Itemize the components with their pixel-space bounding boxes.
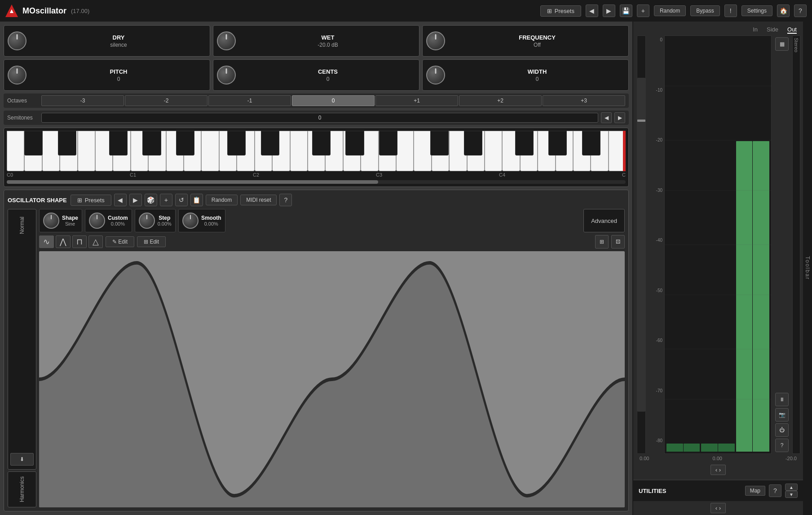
white-key[interactable] [361, 131, 378, 171]
white-key[interactable] [502, 131, 520, 171]
frequency-knob[interactable] [426, 31, 445, 50]
utilities-help[interactable]: ? [769, 484, 781, 497]
tab-in[interactable]: In [753, 26, 758, 34]
cents-knob[interactable] [217, 66, 236, 84]
osc-add-button[interactable]: + [160, 194, 172, 206]
square-wave-button[interactable]: ⊓ [72, 235, 87, 248]
help-button[interactable]: ? [794, 4, 807, 17]
pitch-knob[interactable] [8, 66, 26, 84]
semitones-next[interactable]: ▶ [614, 112, 625, 123]
white-key[interactable] [325, 131, 343, 171]
white-key[interactable] [379, 131, 396, 171]
white-key[interactable] [60, 131, 77, 171]
save-button[interactable]: 💾 [620, 4, 632, 17]
dry-knob[interactable] [8, 31, 26, 50]
custom-edit-button[interactable]: ✎ Edit [106, 236, 134, 247]
octave-minus1[interactable]: -1 [208, 95, 291, 106]
white-key[interactable] [272, 131, 290, 171]
settings-button[interactable]: Settings [741, 5, 772, 16]
panel-down-button[interactable]: ⬇ [10, 453, 34, 466]
white-key[interactable] [113, 131, 130, 171]
power-button[interactable]: ⏻ [775, 423, 789, 437]
octave-minus2[interactable]: -2 [125, 95, 207, 106]
next-button[interactable]: ▶ [603, 4, 615, 17]
semitones-prev[interactable]: ◀ [601, 112, 612, 123]
osc-prev-button[interactable]: ◀ [114, 194, 127, 206]
advanced-button[interactable]: Advanced [583, 209, 625, 232]
octave-plus3[interactable]: +3 [543, 95, 625, 106]
octave-minus3[interactable]: -3 [41, 95, 124, 106]
white-key[interactable] [131, 131, 148, 171]
level-slider[interactable] [637, 36, 646, 454]
harmonics-panel[interactable]: Harmonics [8, 471, 36, 507]
white-key[interactable] [148, 131, 166, 171]
presets-button[interactable]: ⊞ Presets [540, 5, 581, 17]
white-key[interactable] [591, 131, 608, 171]
white-key[interactable] [201, 131, 219, 171]
white-key[interactable] [538, 131, 555, 171]
white-key[interactable] [467, 131, 485, 171]
meter-help[interactable]: ? [775, 439, 789, 452]
sine-wave-button[interactable]: ∿ [39, 235, 54, 248]
white-key[interactable] [343, 131, 361, 171]
utilities-down[interactable]: ▼ [785, 491, 798, 498]
custom-knob[interactable] [89, 213, 105, 229]
piano-keyboard[interactable] [7, 131, 626, 171]
utilities-up[interactable]: ▲ [785, 484, 798, 491]
white-key[interactable] [396, 131, 414, 171]
piano-scrollbar[interactable] [7, 180, 626, 184]
osc-copy[interactable]: 📋 [190, 194, 203, 206]
white-key[interactable] [290, 131, 308, 171]
pause-button[interactable]: ⏸ [775, 393, 789, 406]
alert-icon[interactable]: ! [724, 4, 737, 17]
osc-help[interactable]: ? [279, 194, 292, 206]
meter-nav-prev[interactable]: ‹ › [710, 465, 726, 475]
white-key[interactable] [414, 131, 431, 171]
osc-random-shape[interactable]: 🎲 [145, 194, 157, 206]
random-button[interactable]: Random [654, 5, 686, 16]
white-key[interactable] [237, 131, 254, 171]
white-key[interactable] [166, 131, 184, 171]
white-key[interactable] [184, 131, 201, 171]
osc-midi-reset[interactable]: MIDI reset [240, 195, 277, 205]
piano-scrollbar-thumb[interactable] [7, 180, 378, 184]
tab-side[interactable]: Side [767, 26, 778, 34]
sawtooth-wave-button[interactable]: ⋀ [56, 235, 71, 248]
white-key[interactable] [95, 131, 113, 171]
meter-bars-icon[interactable]: ▦ [775, 37, 789, 51]
white-key[interactable] [520, 131, 538, 171]
osc-random-button[interactable]: Random [206, 195, 238, 205]
grid-view-button[interactable]: ⊞ [595, 235, 609, 249]
step-knob[interactable] [139, 213, 155, 229]
white-key[interactable] [573, 131, 591, 171]
octave-plus2[interactable]: +2 [459, 95, 542, 106]
width-knob[interactable] [426, 66, 445, 84]
octave-zero[interactable]: 0 [292, 95, 375, 106]
screenshot-button[interactable]: 📷 [775, 408, 789, 422]
white-key[interactable] [556, 131, 573, 171]
white-key[interactable] [449, 131, 467, 171]
white-key[interactable] [255, 131, 272, 171]
shape-knob[interactable] [43, 213, 59, 229]
home-button[interactable]: 🏠 [777, 4, 790, 17]
map-button[interactable]: Map [745, 486, 765, 496]
white-key[interactable] [78, 131, 95, 171]
white-key[interactable] [7, 131, 24, 171]
white-key[interactable] [485, 131, 502, 171]
triangle-wave-button[interactable]: △ [88, 235, 103, 248]
white-key[interactable] [219, 131, 237, 171]
octave-plus1[interactable]: +1 [375, 95, 458, 106]
step-edit-button[interactable]: ⊞ Edit [137, 236, 166, 247]
white-key[interactable] [432, 131, 449, 171]
bypass-button[interactable]: Bypass [690, 5, 719, 16]
tab-out[interactable]: Out [787, 26, 797, 34]
add-button[interactable]: + [637, 4, 649, 17]
white-key[interactable] [24, 131, 42, 171]
osc-undo[interactable]: ↺ [175, 194, 188, 206]
wet-knob[interactable] [217, 31, 236, 50]
bottom-nav-arrows[interactable]: ‹ › [710, 503, 726, 513]
dice-button[interactable]: ⚄ [611, 235, 625, 249]
prev-button[interactable]: ◀ [586, 4, 598, 17]
white-key[interactable] [308, 131, 325, 171]
osc-presets-button[interactable]: ⊞ Presets [71, 195, 111, 206]
